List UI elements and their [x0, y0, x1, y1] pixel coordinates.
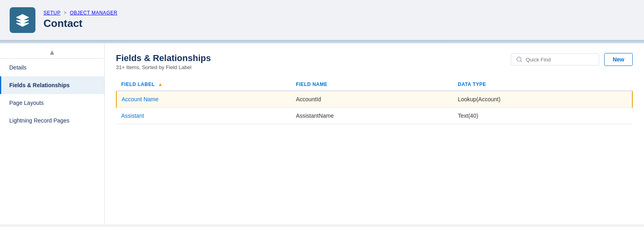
table-body: Account Name AccountId Lookup(Account) A… [116, 91, 632, 124]
quick-find-input[interactable] [526, 57, 594, 63]
search-box [511, 53, 599, 65]
cell-field-label-account-name: Account Name [116, 91, 291, 108]
content-title-block: Fields & Relationships 31+ Items, Sorted… [116, 53, 211, 70]
field-label-link-account-name[interactable]: Account Name [122, 96, 159, 102]
table-row-account-name: Account Name AccountId Lookup(Account) [116, 91, 632, 108]
object-icon [10, 7, 35, 33]
cell-field-name-account-name: AccountId [291, 91, 453, 108]
scroll-up-indicator[interactable]: ▲ [0, 47, 104, 59]
content-header: Fields & Relationships 31+ Items, Sorted… [116, 53, 633, 70]
fields-table: FIELD LABEL ▲ FIELD NAME DATA TYPE Accou… [116, 78, 633, 124]
content-subtitle: 31+ Items, Sorted by Field Label [116, 64, 211, 70]
main-layout: ▲ Details Fields & Relationships Page La… [0, 43, 644, 224]
breadcrumb-setup-link[interactable]: SETUP [43, 10, 60, 16]
sidebar-item-lightning-record-pages[interactable]: Lightning Record Pages [0, 112, 104, 129]
content-title: Fields & Relationships [116, 53, 211, 63]
page-title: Contact [43, 17, 118, 30]
header-stripe [0, 40, 644, 43]
col-header-field-label[interactable]: FIELD LABEL ▲ [116, 78, 291, 91]
cell-field-label-assistant: Assistant [116, 108, 291, 124]
cell-field-name-assistant: AssistantName [291, 108, 453, 124]
breadcrumb-separator: > [64, 10, 67, 16]
new-button[interactable]: New [604, 53, 633, 66]
svg-line-1 [520, 61, 522, 62]
breadcrumb: SETUP > OBJECT MANAGER [43, 10, 118, 16]
layers-icon [15, 13, 30, 27]
cell-data-type-assistant: Text(40) [453, 108, 632, 124]
content-area: Fields & Relationships 31+ Items, Sorted… [105, 43, 644, 224]
field-label-link-assistant[interactable]: Assistant [121, 112, 144, 119]
col-header-data-type[interactable]: DATA TYPE [453, 78, 632, 91]
sort-arrow-icon: ▲ [158, 82, 163, 87]
table-header: FIELD LABEL ▲ FIELD NAME DATA TYPE [116, 78, 632, 91]
page-header: SETUP > OBJECT MANAGER Contact [0, 0, 644, 40]
sidebar-item-details[interactable]: Details [0, 59, 104, 76]
col-header-field-name[interactable]: FIELD NAME [291, 78, 453, 91]
header-text: SETUP > OBJECT MANAGER Contact [43, 10, 118, 30]
breadcrumb-object-manager-link[interactable]: OBJECT MANAGER [70, 10, 118, 16]
table-row-assistant: Assistant AssistantName Text(40) [116, 108, 632, 124]
sidebar: ▲ Details Fields & Relationships Page La… [0, 43, 105, 224]
search-icon [516, 56, 522, 63]
cell-data-type-account-name: Lookup(Account) [453, 91, 632, 108]
content-actions: New [511, 53, 633, 66]
sidebar-item-fields-relationships[interactable]: Fields & Relationships [0, 76, 104, 94]
sidebar-item-page-layouts[interactable]: Page Layouts [0, 94, 104, 112]
